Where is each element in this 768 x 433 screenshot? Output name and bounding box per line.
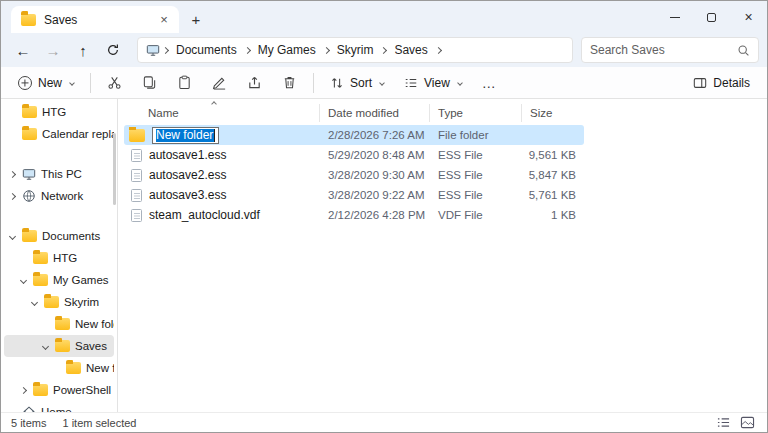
chevron-down-icon[interactable]: [31, 298, 38, 305]
sidebar-item-home[interactable]: Home: [4, 401, 114, 412]
new-button-label: New: [38, 76, 62, 90]
refresh-button[interactable]: [99, 37, 127, 63]
size-cell: 9,561 KB: [522, 149, 584, 161]
sidebar-item-saves[interactable]: Saves: [4, 335, 114, 357]
file-icon: [131, 189, 142, 202]
column-headers: Name Date modified Type Size: [124, 101, 767, 125]
file-row-autosave1[interactable]: autosave1.ess 5/29/2020 8:48 AM ESS File…: [124, 145, 584, 165]
size-cell: 5,847 KB: [522, 169, 584, 181]
type-cell: File folder: [430, 129, 522, 141]
sidebar-item-powershell[interactable]: PowerShell: [4, 379, 114, 401]
folder-icon: [22, 106, 37, 118]
sidebar-item-new-folder-child[interactable]: New folder: [4, 357, 114, 379]
sidebar-item-htg[interactable]: HTG: [4, 101, 114, 123]
file-name-cell: autosave1.ess: [124, 148, 320, 162]
search-input[interactable]: [590, 43, 731, 57]
rename-icon: [212, 75, 227, 90]
title-bar[interactable]: Saves × + ×: [1, 1, 767, 33]
file-row-autosave3[interactable]: autosave3.ess 3/28/2020 9:22 AM ESS File…: [124, 185, 584, 205]
more-button[interactable]: …: [473, 69, 506, 97]
type-cell: ESS File: [430, 169, 522, 181]
share-button[interactable]: [238, 69, 271, 97]
close-button[interactable]: ×: [730, 1, 767, 33]
folder-icon: [44, 296, 59, 308]
rename-input[interactable]: New folder: [152, 127, 219, 144]
address-bar[interactable]: Documents My Games Skyrim Saves: [137, 37, 573, 63]
file-icon: [131, 169, 142, 182]
rename-button[interactable]: [203, 69, 236, 97]
chevron-right-icon[interactable]: [9, 192, 16, 199]
delete-button[interactable]: [273, 69, 306, 97]
sidebar-item-this-pc[interactable]: This PC: [4, 163, 114, 185]
new-button[interactable]: New: [9, 69, 83, 97]
sidebar-item-htg-child[interactable]: HTG: [4, 247, 114, 269]
search-box[interactable]: [581, 37, 759, 63]
maximize-button[interactable]: [693, 1, 730, 33]
file-row-autosave2[interactable]: autosave2.ess 3/28/2020 9:30 AM ESS File…: [124, 165, 584, 185]
sidebar-item-skyrim[interactable]: Skyrim: [4, 291, 114, 313]
thumbnail-view-button[interactable]: [737, 415, 757, 431]
sort-button-label: Sort: [350, 76, 372, 90]
breadcrumb-separator-icon[interactable]: [380, 46, 387, 53]
minimize-button[interactable]: [656, 1, 693, 33]
breadcrumb-separator-icon[interactable]: [435, 46, 442, 53]
breadcrumb-item-my-games[interactable]: My Games: [253, 43, 321, 57]
forward-button[interactable]: →: [39, 37, 67, 63]
column-header-type[interactable]: Type: [430, 104, 522, 122]
toolbar-divider: [313, 73, 314, 93]
this-pc-icon: [146, 43, 160, 57]
breadcrumb-separator-icon[interactable]: [162, 46, 169, 53]
chevron-down-icon[interactable]: [20, 276, 27, 283]
breadcrumb-item-saves[interactable]: Saves: [389, 43, 432, 57]
file-name-cell: New folder: [124, 127, 320, 144]
sidebar-item-network[interactable]: Network: [4, 185, 114, 207]
view-button-label: View: [424, 76, 450, 90]
sidebar-item-calendar-replace[interactable]: Calendar replace: [4, 123, 114, 145]
sidebar-item-documents[interactable]: Documents: [4, 225, 114, 247]
details-view-button[interactable]: [713, 415, 733, 431]
chevron-down-icon[interactable]: [42, 342, 49, 349]
paste-button[interactable]: [168, 69, 201, 97]
breadcrumb-item-skyrim[interactable]: Skyrim: [332, 43, 379, 57]
share-icon: [247, 75, 262, 90]
sort-button[interactable]: Sort: [321, 69, 393, 97]
breadcrumb-item-documents[interactable]: Documents: [171, 43, 242, 57]
view-button[interactable]: View: [395, 69, 471, 97]
back-button[interactable]: ←: [9, 37, 37, 63]
column-header-name[interactable]: Name: [124, 104, 320, 122]
tab-close-icon[interactable]: ×: [155, 11, 173, 29]
copy-button[interactable]: [133, 69, 166, 97]
folder-icon: [33, 384, 48, 396]
type-cell: VDF File: [430, 209, 522, 221]
size-cell: 1 KB: [522, 209, 584, 221]
up-button[interactable]: ↑: [69, 37, 97, 63]
new-tab-button[interactable]: +: [183, 7, 209, 31]
navigation-pane[interactable]: HTG Calendar replace This PC Ne: [1, 99, 118, 412]
file-row-new-folder[interactable]: New folder 2/28/2026 7:26 AM File folder: [124, 125, 584, 145]
minimize-icon: [670, 17, 680, 18]
column-header-date-modified[interactable]: Date modified: [320, 104, 430, 122]
sidebar-scrollbar[interactable]: [113, 133, 116, 205]
chevron-right-icon[interactable]: [9, 170, 16, 177]
details-pane-button[interactable]: Details: [684, 69, 759, 97]
folder-icon: [55, 318, 70, 330]
status-bar: 5 items 1 item selected: [1, 412, 767, 432]
chevron-down-icon[interactable]: [9, 232, 16, 239]
cut-icon: [107, 75, 122, 90]
date-modified-cell: 3/28/2020 9:30 AM: [320, 169, 430, 181]
breadcrumb-separator-icon[interactable]: [244, 46, 251, 53]
copy-icon: [142, 75, 157, 90]
paste-icon: [177, 75, 192, 90]
cut-button[interactable]: [98, 69, 131, 97]
breadcrumb-separator-icon[interactable]: [323, 46, 330, 53]
file-row-steam-autocloud[interactable]: steam_autocloud.vdf 2/12/2026 4:28 PM VD…: [124, 205, 584, 225]
folder-icon: [33, 274, 48, 286]
chevron-right-icon[interactable]: [20, 386, 27, 393]
column-header-size[interactable]: Size: [522, 104, 584, 122]
refresh-icon: [106, 43, 120, 57]
sidebar-item-new-folder[interactable]: New folder: [4, 313, 114, 335]
tab-saves[interactable]: Saves ×: [11, 6, 179, 33]
sidebar-item-my-games[interactable]: My Games: [4, 269, 114, 291]
type-cell: ESS File: [430, 149, 522, 161]
folder-icon: [22, 230, 37, 242]
